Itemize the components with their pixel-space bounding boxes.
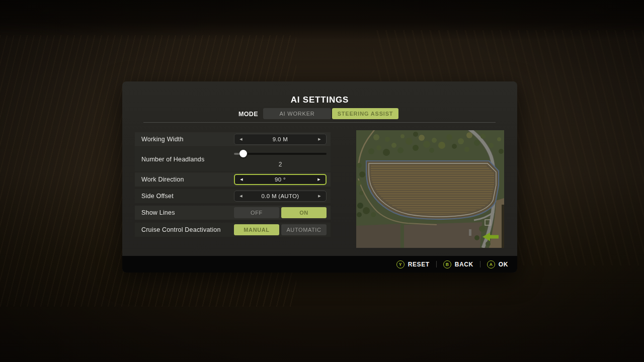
setting-row-working-width: Working Width ◀ 9.0 M ▶ [135,132,331,146]
back-label: BACK [455,261,473,268]
footer-bar: Y RESET B BACK A OK [122,256,517,273]
cruise-manual-button[interactable]: MANUAL [234,224,279,235]
setting-row-show-lines: Show Lines OFF ON [135,206,331,220]
cruise-control-toggle: MANUAL AUTOMATIC [234,224,327,235]
decrease-arrow-icon[interactable]: ◀ [238,134,244,145]
setting-row-headlands: Number of Headlands 2 [135,147,331,171]
cruise-control-label: Cruise Control Deactivation [141,223,221,237]
gamepad-y-icon: Y [396,260,405,268]
headlands-value: 2 [234,161,327,168]
dialog-title: AI SETTINGS [122,95,517,105]
increase-arrow-icon[interactable]: ▶ [316,174,321,185]
headlands-slider-thumb[interactable] [239,150,247,157]
field-map-svg [356,130,504,248]
setting-row-cruise-control: Cruise Control Deactivation MANUAL AUTOM… [135,223,331,237]
reset-label: RESET [408,261,430,268]
tabs-divider [143,122,496,123]
increase-arrow-icon[interactable]: ▶ [317,134,322,145]
footer-divider [480,261,480,267]
ai-settings-dialog: AI SETTINGS MODE AI WORKER STEERING ASSI… [122,81,517,273]
side-offset-value: 0.0 M (AUTO) [244,193,317,199]
work-direction-value: 90 ° [244,176,316,183]
headlands-slider[interactable] [234,153,327,155]
working-width-value: 9.0 M [244,136,317,142]
show-lines-on-button[interactable]: ON [281,207,327,218]
working-width-label: Working Width [141,132,184,146]
setting-row-work-direction: Work Direction ◀ 90 ° ▶ [135,172,331,187]
decrease-arrow-icon[interactable]: ◀ [239,174,244,185]
side-offset-label: Side Offset [141,189,174,203]
show-lines-toggle: OFF ON [234,207,327,218]
side-offset-stepper[interactable]: ◀ 0.0 M (AUTO) ▶ [234,191,327,202]
back-button[interactable]: B BACK [443,260,473,268]
cruise-automatic-button[interactable]: AUTOMATIC [281,224,327,235]
ok-button[interactable]: A OK [487,260,508,268]
gamepad-b-icon: B [443,260,451,268]
ok-label: OK [499,261,508,268]
show-lines-label: Show Lines [141,206,175,220]
working-width-stepper[interactable]: ◀ 9.0 M ▶ [234,134,327,145]
field-map-preview [356,130,504,248]
tab-steering-assist[interactable]: STEERING ASSIST [332,108,398,119]
tab-ai-worker[interactable]: AI WORKER [263,108,331,119]
work-direction-label: Work Direction [141,172,184,187]
setting-row-side-offset: Side Offset ◀ 0.0 M (AUTO) ▶ [135,189,331,203]
show-lines-off-button[interactable]: OFF [234,207,279,218]
decrease-arrow-icon[interactable]: ◀ [238,191,244,202]
mode-label: MODE [193,111,258,118]
headlands-label: Number of Headlands [141,147,204,171]
gamepad-a-icon: A [487,260,495,268]
footer-divider [436,261,437,267]
increase-arrow-icon[interactable]: ▶ [317,191,322,202]
work-direction-stepper[interactable]: ◀ 90 ° ▶ [234,174,327,185]
reset-button[interactable]: Y RESET [396,260,430,268]
